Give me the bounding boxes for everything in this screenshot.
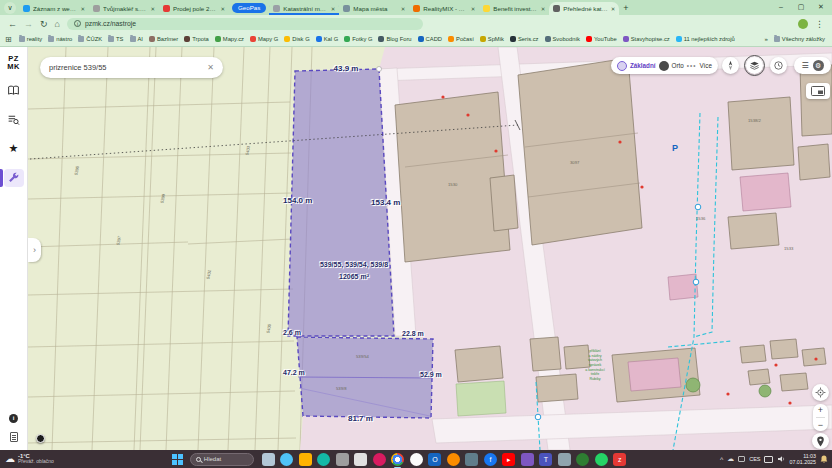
taskbar-icon-app-grey[interactable] [336,453,349,466]
sidebar-item-favorites[interactable]: ★ [4,140,24,158]
taskbar-icon-calculator[interactable] [558,453,571,466]
tab-close-icon[interactable]: ✕ [401,6,406,12]
compass-button[interactable] [722,57,739,74]
browser-tab[interactable]: Mapa města ✕ [339,2,409,15]
sidebar-item-tools[interactable] [4,169,24,187]
tab-close-icon[interactable]: ✕ [541,6,546,12]
minimize-button[interactable]: – [772,0,790,13]
taskbar-icon-file-explorer[interactable] [299,453,312,466]
taskbar-icon-app-white[interactable] [410,453,423,466]
home-icon[interactable]: ⌂ [55,19,60,29]
taskbar-icon-teams[interactable]: T [539,453,552,466]
profile-avatar[interactable] [798,19,808,29]
bookmark-item[interactable]: Bazlmer [147,35,180,43]
cadastral-map[interactable] [28,47,832,450]
sidebar-expander[interactable]: › [28,238,41,262]
close-button[interactable]: ✕ [812,0,830,13]
basemap-ortho-label[interactable]: Orto [672,62,684,69]
bookmark-item[interactable]: Svobodník [543,35,582,43]
bookmarks-overflow-icon[interactable]: » [764,36,767,42]
bookmark-item[interactable]: Mapy.cz [213,35,246,43]
site-info-icon[interactable]: i [74,20,81,27]
sidebar-item-search-list[interactable] [4,111,24,129]
map-menu[interactable]: ☰ ⚙ [794,57,831,74]
taskbar-search[interactable]: Hledat [190,453,254,466]
taskbar-icon-folder-purple[interactable] [521,453,534,466]
locate-button[interactable] [812,384,829,401]
tab-close-icon[interactable]: ✕ [611,6,616,12]
drop-pin-button[interactable] [812,433,829,449]
taskbar-icon-task-view[interactable] [262,453,275,466]
taskbar-icon-globe-green[interactable] [576,453,589,466]
browser-tab[interactable]: Prodej pole 25/953 m². M ✕ [159,2,229,15]
bookmark-item[interactable]: nástro [46,35,74,43]
start-button[interactable] [172,454,183,465]
browser-menu-icon[interactable]: ⋮ [815,19,824,29]
back-icon[interactable]: ← [8,19,17,29]
bookmark-item[interactable]: Trpota [182,35,211,43]
bookmark-item[interactable]: AI [128,35,145,43]
display-icon[interactable] [764,456,773,463]
bookmark-item[interactable]: SpMik [478,35,506,43]
taskbar-icon-camera[interactable] [465,453,478,466]
bookmark-item[interactable]: CADD [416,35,444,43]
taskbar-icon-chrome[interactable] [391,453,404,466]
bookmark-item[interactable]: YouTube [584,35,619,43]
notification-bell-icon[interactable] [820,455,828,464]
taskbar-icon-facebook[interactable]: f [484,453,497,466]
tray-app-icon[interactable] [738,456,745,462]
bookmark-item[interactable]: Fotky G [342,35,374,43]
bookmark-item[interactable]: Kal G [314,35,341,43]
browser-tab[interactable]: Benefit investment, a.s. ✕ [479,2,549,15]
basemap-basic-thumb[interactable] [617,61,627,71]
browser-tab[interactable]: Přehledné katastrální ma ✕ [549,2,619,15]
bookmark-item[interactable]: ČÚZK [76,35,104,43]
zoom-in-button[interactable]: + [818,405,823,415]
onedrive-cloud-icon[interactable]: ☁ [727,455,734,463]
info-icon[interactable]: i [9,414,18,423]
taskbar-icon-edge[interactable] [317,453,330,466]
bookmark-item[interactable]: Seris.cz [508,35,541,43]
pzmk-logo[interactable]: PZMK [7,55,20,71]
bookmark-item[interactable]: TS [106,35,125,43]
clear-search-icon[interactable]: ✕ [207,63,214,72]
forward-icon[interactable]: → [24,19,33,29]
bookmark-item[interactable]: 11 nejlepších zdrojů [674,35,737,43]
taskbar-weather[interactable]: ☁ -1°C Převáž. oblačno [5,453,54,465]
reload-icon[interactable]: ↻ [40,19,48,29]
taskbar-clock[interactable]: 11:03 07.01.2025 [789,453,816,466]
apps-icon[interactable]: ⊞ [5,35,12,44]
tray-chevron-icon[interactable]: ^ [720,456,723,463]
taskbar-icon-calendar[interactable] [354,453,367,466]
taskbar-icon-app-orange[interactable] [447,453,460,466]
tab-search-icon[interactable]: ∨ [4,2,16,14]
bookmark-item[interactable]: Stavyhopise.cz [621,35,672,43]
bookmark-item[interactable]: Blog Foru [376,35,413,43]
taskbar-icon-app-magenta[interactable] [373,453,386,466]
basemap-more-label[interactable]: Více [699,62,712,69]
new-tab-button[interactable]: + [623,3,628,13]
taskbar-icon-widgets[interactable] [280,453,293,466]
taskbar-icon-youtube[interactable]: ▸ [502,453,515,466]
document-icon[interactable] [10,432,18,442]
sidebar-item-maps[interactable] [4,82,24,100]
search-input[interactable]: prizrenice 539/55 [49,63,207,72]
inset-map-button[interactable] [806,83,830,99]
tab-close-icon[interactable]: ✕ [220,6,225,12]
tab-close-icon[interactable]: ✕ [471,6,476,12]
bookmark-item[interactable]: reality [17,35,44,43]
address-bar[interactable]: i pzmk.cz/nastroje [67,18,423,30]
layers-button[interactable] [746,57,763,74]
browser-tab[interactable]: Katastrální mapa | GeoPa ✕ [269,2,339,15]
browser-tab[interactable]: Záznam z webináře CeMu ✕ [19,2,89,15]
speaker-icon[interactable] [777,455,785,463]
maximize-button[interactable]: ▢ [792,0,810,13]
history-button[interactable] [770,57,787,74]
taskbar-icon-app-red[interactable]: z [613,453,626,466]
language-indicator[interactable]: CES [749,456,760,462]
basemap-ortho-thumb[interactable] [659,61,669,71]
bookmark-item[interactable]: Počasí [446,35,476,43]
bookmark-item[interactable]: Disk G [282,35,311,43]
zoom-out-button[interactable]: − [818,420,823,430]
map-search-box[interactable]: prizrenice 539/55 ✕ [40,57,223,78]
